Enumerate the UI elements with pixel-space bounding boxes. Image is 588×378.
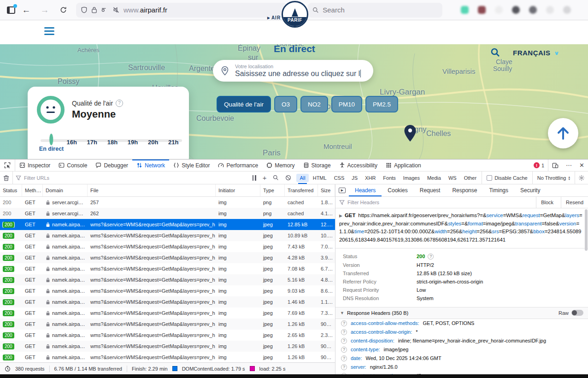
header-help-icon[interactable]: ?	[341, 355, 347, 361]
filter-media[interactable]: Media	[424, 174, 444, 182]
column-header[interactable]: Size	[318, 184, 335, 196]
tab-network[interactable]: Network	[132, 159, 169, 171]
disable-cache-checkbox[interactable]: Disable Cache	[482, 171, 532, 184]
details-tab-request[interactable]: Request	[414, 184, 447, 196]
details-tab-cookies[interactable]: Cookies	[382, 184, 413, 196]
shield-icon[interactable]	[81, 6, 88, 13]
header-help-icon[interactable]: ?	[341, 347, 347, 353]
time-slider[interactable]: En direct16h17h18h19h20h21h	[37, 136, 185, 156]
pollutant-button[interactable]: PM2.5	[365, 96, 398, 112]
table-row[interactable]: 200GETserver.arcgi…262imgpngcached4.1…	[0, 208, 335, 219]
tab-application[interactable]: Application	[382, 159, 425, 171]
table-row[interactable]: 200GETnamek.airpa…wms?&service=WMS&reque…	[0, 219, 335, 230]
timeline-stop[interactable]: En direct	[39, 136, 64, 152]
table-row[interactable]: 200GETnamek.airpa…wms?&service=WMS&reque…	[0, 230, 335, 241]
header-help-icon[interactable]: ?	[341, 320, 347, 326]
extension-icon[interactable]	[563, 6, 571, 14]
raw-toggle[interactable]	[571, 310, 583, 316]
forward-button[interactable]: →	[37, 3, 52, 18]
menu-hamburger-icon[interactable]	[44, 27, 54, 37]
responsive-mode-button[interactable]	[548, 159, 562, 171]
filter-fonts[interactable]: Fonts	[380, 174, 399, 182]
tab-inspector[interactable]: Inspector	[15, 159, 54, 171]
expand-triangle-icon[interactable]: ▶	[339, 213, 342, 218]
details-tab-timings[interactable]: Timings	[483, 184, 514, 196]
pollutant-button[interactable]: NO2	[300, 96, 328, 112]
header-name[interactable]: server:	[351, 364, 366, 370]
table-row[interactable]: 200GETnamek.airpa…wms?&service=WMS&reque…	[0, 307, 335, 319]
filter-html[interactable]: HTML	[310, 174, 330, 182]
air-quality-map[interactable]: AchèresPoissySartrouvilleArgenteuilÉpina…	[0, 44, 588, 159]
block-url-button[interactable]: Block	[536, 197, 558, 208]
extension-icon[interactable]	[529, 6, 537, 14]
network-settings-button[interactable]	[575, 171, 588, 184]
timeline-stop[interactable]: 18h	[107, 136, 118, 146]
pause-button[interactable]	[249, 171, 259, 184]
filter-js[interactable]: JS	[348, 174, 361, 182]
timeline-stop[interactable]: 19h	[128, 136, 138, 146]
filter-all[interactable]: All	[296, 174, 308, 182]
har-add-button[interactable]: +	[259, 171, 270, 184]
table-row[interactable]: 200GETnamek.airpa…wms?&service=WMS&reque…	[0, 263, 335, 274]
column-header[interactable]: File	[88, 184, 216, 196]
extension-icon[interactable]	[495, 6, 503, 14]
filter-other[interactable]: Other	[461, 174, 480, 182]
help-icon[interactable]: ?	[116, 100, 123, 107]
filter-xhr[interactable]: XHR	[362, 174, 379, 182]
details-tab-headers[interactable]: Headers	[349, 184, 382, 196]
scroll-to-top-button[interactable]	[548, 118, 578, 148]
column-header[interactable]: Transferred	[285, 184, 318, 196]
extension-icon[interactable]	[512, 6, 520, 14]
response-headers-section[interactable]: ▼ Response Headers (350 B) Raw	[335, 307, 588, 319]
autoplay-blocked-icon[interactable]	[112, 6, 120, 13]
help-icon[interactable]: ?	[428, 254, 434, 260]
timeline-stop[interactable]: 17h	[87, 136, 97, 146]
window-icon[interactable]	[7, 6, 15, 14]
table-row[interactable]: 200GETnamek.airpa…wms?&service=WMS&reque…	[0, 296, 335, 307]
tab-accessibility[interactable]: Accessibility	[335, 159, 382, 171]
header-help-icon[interactable]: ?	[341, 329, 347, 335]
details-tab-security[interactable]: Security	[514, 184, 546, 196]
devtools-menu-button[interactable]: ⋯	[562, 159, 576, 171]
header-name[interactable]: access-control-allow-origin:	[351, 329, 412, 335]
table-row[interactable]: 200GETnamek.airpa…wms?&service=WMS&reque…	[0, 241, 335, 252]
table-row[interactable]: 200GETnamek.airpa…wms?&service=WMS&reque…	[0, 319, 335, 330]
map-marker-pin[interactable]	[404, 124, 417, 144]
table-row[interactable]: 200GETserver.arcgi…257imgpngcached1.8…	[0, 197, 335, 208]
back-button[interactable]: ←	[19, 3, 34, 18]
header-name[interactable]: access-control-allow-methods:	[351, 320, 419, 326]
header-name[interactable]: content-type:	[351, 346, 380, 353]
block-requests-button[interactable]	[282, 171, 294, 184]
tab-storage[interactable]: Storage	[299, 159, 335, 171]
lock-icon[interactable]	[91, 6, 97, 13]
column-header[interactable]: Type	[260, 184, 285, 196]
pollutant-button[interactable]: Qualité de l'air	[217, 96, 271, 112]
header-help-icon[interactable]: ?	[341, 338, 347, 344]
filter-urls-input[interactable]: Filter URLs	[13, 175, 249, 181]
extension-icon[interactable]	[546, 6, 554, 14]
table-row[interactable]: 200GETnamek.airpa…wms?&service=WMS&reque…	[0, 352, 335, 362]
airparif-logo[interactable]: PARIF	[282, 1, 308, 28]
timeline-stop[interactable]: 16h	[66, 136, 76, 146]
network-table-header[interactable]: StatusMeth…DomainFileInitiatorTypeTransf…	[0, 184, 335, 197]
timeline-stop[interactable]: 20h	[148, 136, 158, 146]
search-requests-button[interactable]	[270, 171, 282, 184]
tab-console[interactable]: Console	[54, 159, 91, 171]
table-row[interactable]: 200GETnamek.airpa…wms?&service=WMS&reque…	[0, 341, 335, 352]
tab-memory[interactable]: Memory	[262, 159, 299, 171]
browser-search-bar[interactable]: Search	[308, 3, 442, 18]
reload-button[interactable]	[56, 3, 71, 18]
extension-icon[interactable]	[478, 6, 486, 14]
permissions-icon[interactable]	[101, 7, 109, 13]
column-header[interactable]: Domain	[43, 184, 88, 196]
pollutant-button[interactable]: PM10	[331, 96, 362, 112]
table-row[interactable]: 200GETnamek.airpa…wms?&service=WMS&reque…	[0, 252, 335, 263]
language-selector[interactable]: FRANÇAIS ∨	[513, 49, 559, 57]
requests-count[interactable]: 380 requests	[15, 366, 45, 372]
header-name[interactable]: content-disposition:	[351, 337, 394, 344]
table-row[interactable]: 200GETnamek.airpa…wms?&service=WMS&reque…	[0, 330, 335, 341]
column-header[interactable]: Status	[0, 184, 22, 196]
collapse-triangle-icon[interactable]: ▼	[340, 311, 344, 315]
resend-button[interactable]: Resend	[561, 197, 588, 208]
filter-images[interactable]: Images	[400, 174, 423, 182]
